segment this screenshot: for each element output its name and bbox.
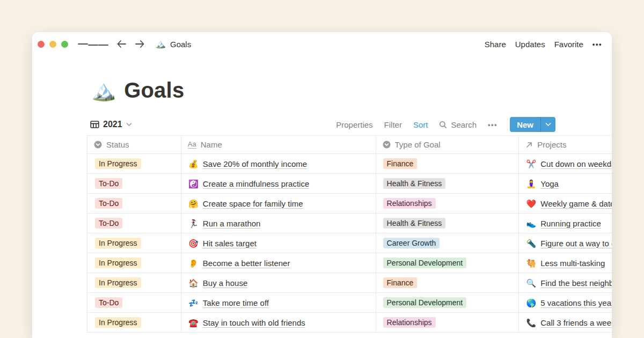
project-title: Running practice — [540, 219, 601, 228]
view-name: 2021 — [103, 120, 122, 129]
name-cell[interactable]: ☎️Stay in touch with old friends — [181, 313, 376, 333]
project-title: Cut down on weekday takeout — [540, 159, 612, 168]
zoom-window-button[interactable] — [61, 41, 68, 48]
ear-emoji-icon: 👂 — [188, 259, 199, 267]
projects-cell[interactable]: 🌎5 vacations this year — [519, 293, 612, 313]
type-cell[interactable]: Finance — [376, 154, 519, 174]
type-cell[interactable]: Personal Development — [376, 293, 519, 313]
projects-cell[interactable]: 🔦Figure out a way to do it — [519, 233, 612, 253]
projects-cell[interactable]: ✂️Cut down on weekday takeout — [519, 154, 612, 174]
projects-cell[interactable]: 👟Running practice — [519, 214, 612, 233]
sidebar-menu-icon[interactable] — [78, 42, 108, 46]
type-cell[interactable]: Career Growth — [376, 233, 519, 253]
status-badge: To-Do — [95, 198, 122, 209]
type-cell[interactable]: Relationships — [376, 194, 519, 214]
status-cell[interactable]: In Progress — [87, 253, 181, 273]
sort-button[interactable]: Sort — [413, 120, 428, 129]
view-more-options-icon[interactable]: ••• — [488, 121, 497, 129]
name-cell[interactable]: 🏃‍♀️Run a marathon — [181, 214, 376, 233]
new-button-main[interactable]: New — [510, 117, 540, 132]
goal-title: Become a better listener — [203, 259, 290, 268]
status-cell[interactable]: In Progress — [87, 233, 181, 253]
type-cell[interactable]: Relationships — [376, 313, 519, 333]
status-cell[interactable]: In Progress — [87, 313, 181, 333]
camel-emoji-icon: 🐫 — [526, 259, 536, 267]
project-title: Figure out a way to do it — [540, 239, 612, 248]
name-cell[interactable]: 💰Save 20% of monthly income — [181, 154, 376, 174]
column-header-type-of-goal[interactable]: Type of Goal — [376, 136, 519, 154]
new-button: New — [510, 117, 555, 132]
type-badge: Finance — [383, 277, 418, 288]
topbar-actions: Share Updates Favorite ••• — [485, 40, 602, 49]
page-title[interactable]: Goals — [124, 78, 184, 102]
projects-cell[interactable]: 🔍Find the best neighborhood — [519, 273, 612, 293]
table-row: In Progress ☎️Stay in touch with old fri… — [87, 313, 612, 333]
project-title: Weekly game & date nights — [540, 199, 612, 208]
status-cell[interactable]: In Progress — [87, 154, 181, 174]
minimize-window-button[interactable] — [49, 41, 56, 48]
properties-button[interactable]: Properties — [336, 120, 372, 129]
goal-title: Save 20% of monthly income — [203, 159, 307, 168]
column-header-projects[interactable]: Projects — [519, 136, 612, 154]
search-label: Search — [451, 120, 477, 129]
name-cell[interactable]: 🤗Create space for family time — [181, 194, 376, 214]
runner-emoji-icon: 🏃‍♀️ — [188, 219, 199, 227]
project-title: 5 vacations this year — [540, 298, 612, 307]
app-window: 🏔️ Goals Share Updates Favorite ••• 🏔️ G… — [32, 32, 612, 338]
relation-arrow-icon — [525, 141, 533, 149]
breadcrumb[interactable]: 🏔️ Goals — [155, 40, 191, 49]
view-switcher[interactable]: 2021 — [90, 120, 132, 129]
new-button-dropdown[interactable] — [541, 117, 555, 132]
table-view-icon — [90, 120, 99, 129]
database-toolbar: 2021 Properties Filter Sort Search ••• N… — [32, 113, 612, 136]
magnifying-glass-emoji-icon: 🔍 — [526, 279, 536, 287]
projects-cell[interactable]: 📞Call 3 friends a week — [519, 313, 612, 333]
type-cell[interactable]: Finance — [376, 273, 519, 293]
projects-cell[interactable]: ❤️Weekly game & date nights — [519, 194, 612, 214]
name-cell[interactable]: 🏠Buy a house — [181, 273, 376, 293]
name-cell[interactable]: 💤Take more time off — [181, 293, 376, 313]
column-label: Status — [106, 140, 129, 149]
flashlight-emoji-icon: 🔦 — [526, 239, 536, 247]
chevron-down-icon — [545, 122, 551, 127]
type-cell[interactable]: Health & Fitness — [376, 214, 519, 233]
select-property-icon — [94, 141, 102, 149]
column-header-status[interactable]: Status — [87, 136, 181, 154]
projects-cell[interactable]: 🧘‍♀️Yoga — [519, 174, 612, 194]
page-mountain-emoji-icon[interactable]: 🏔️ — [91, 80, 116, 100]
type-cell[interactable]: Health & Fitness — [376, 174, 519, 194]
type-cell[interactable]: Personal Development — [376, 253, 519, 273]
search-button[interactable]: Search — [439, 120, 477, 129]
table-row: In Progress 💰Save 20% of monthly income … — [87, 154, 612, 174]
name-cell[interactable]: 🎯Hit sales target — [181, 233, 376, 253]
updates-button[interactable]: Updates — [515, 40, 545, 49]
type-badge: Career Growth — [383, 238, 440, 248]
type-badge: Health & Fitness — [383, 218, 446, 229]
search-icon — [439, 121, 447, 129]
forward-arrow-icon[interactable] — [135, 40, 145, 48]
status-cell[interactable]: To-Do — [87, 293, 181, 313]
status-cell[interactable]: To-Do — [87, 174, 181, 194]
status-cell[interactable]: In Progress — [87, 273, 181, 293]
telephone-emoji-icon: ☎️ — [188, 319, 199, 327]
yoga-emoji-icon: 🧘‍♀️ — [526, 180, 536, 188]
more-options-icon[interactable]: ••• — [592, 40, 602, 48]
filter-button[interactable]: Filter — [384, 120, 402, 129]
table-row: To-Do 🤗Create space for family time Rela… — [87, 194, 612, 214]
status-cell[interactable]: To-Do — [87, 194, 181, 214]
goals-table: Status Aa Name Type of Goal Projects In … — [87, 136, 612, 333]
traffic-lights — [38, 41, 68, 48]
type-badge: Personal Development — [383, 258, 467, 268]
dart-target-emoji-icon: 🎯 — [188, 239, 199, 247]
column-header-name[interactable]: Aa Name — [181, 136, 376, 154]
name-cell[interactable]: 👂Become a better listener — [181, 253, 376, 273]
scissors-emoji-icon: ✂️ — [526, 160, 536, 168]
projects-cell[interactable]: 🐫Less multi-tasking — [519, 253, 612, 273]
back-arrow-icon[interactable] — [116, 40, 127, 48]
name-cell[interactable]: ☯️Create a mindfulness practice — [181, 174, 376, 194]
favorite-button[interactable]: Favorite — [554, 40, 583, 49]
share-button[interactable]: Share — [485, 40, 506, 49]
status-cell[interactable]: To-Do — [87, 214, 181, 233]
hugging-face-emoji-icon: 🤗 — [188, 200, 199, 208]
close-window-button[interactable] — [38, 41, 45, 48]
